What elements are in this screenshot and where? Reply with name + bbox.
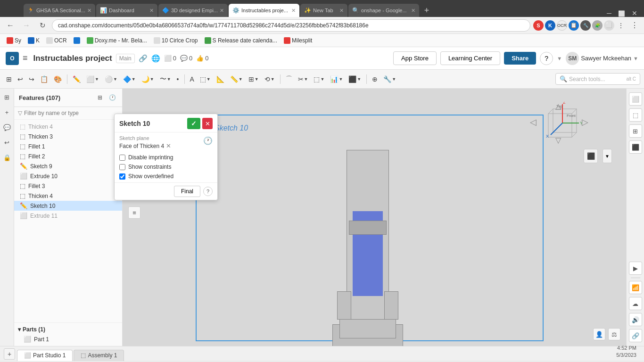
rt-btn-1[interactable]: ⬜ [629, 92, 642, 106]
feature-item-fillet3[interactable]: ⬚ Fillet 3 [14, 181, 122, 191]
toolbar-snap-btn[interactable]: ⊕ [370, 72, 380, 86]
search-tools-input[interactable]: 🔍 Search tools... alt C [555, 73, 640, 85]
toolbar-fillet-btn[interactable]: ⌒ [283, 72, 295, 86]
rt-btn-connect[interactable]: 🔗 [629, 329, 642, 342]
tab-instructables[interactable]: ⚙️ Instructables proje... ✕ [229, 4, 299, 17]
final-button[interactable]: Final [174, 186, 200, 197]
toolbar-dim-btn[interactable]: 📏▼ [228, 72, 245, 86]
plane-time-icon[interactable]: 🕐 [203, 136, 213, 145]
show-constraints-row[interactable]: Show constraints [119, 164, 213, 170]
nav-left-arrow[interactable]: ◁ [530, 117, 537, 127]
disable-imprinting-row[interactable]: Disable imprinting [119, 154, 213, 161]
tab-part-studio[interactable]: ⬜ Part Studio 1 [17, 350, 73, 361]
feature-item-fillet1[interactable]: ⬚ Fillet 1 [14, 141, 122, 151]
ext-icon-2[interactable]: K [545, 20, 555, 31]
tab-close-5[interactable]: ✕ [339, 8, 344, 14]
user-avatar[interactable]: SM Sawyer Mckeehan ▼ [566, 52, 638, 65]
feature-item-sketch9[interactable]: ✏️ Sketch 9 [14, 161, 122, 171]
tab-google[interactable]: 🔍 onshape - Google... ✕ [348, 4, 419, 17]
part1-item[interactable]: ⬜ Part 1 [14, 334, 122, 344]
nav-down-arrow[interactable]: ▽ [555, 136, 561, 145]
rt-btn-volume[interactable]: 🔊 [629, 313, 642, 326]
rt-btn-2[interactable]: ⬚ [629, 108, 642, 122]
rt-btn-collapse[interactable]: ▶ [629, 262, 642, 275]
redo-button[interactable]: ↪ [26, 72, 37, 86]
toolbar-arc-btn[interactable]: 🌙▼ [139, 72, 157, 86]
toolbar-transform-btn[interactable]: ⟲▼ [262, 72, 277, 86]
bookmark-k[interactable]: K [25, 36, 42, 45]
rt-btn-wifi[interactable]: 📶 [629, 281, 642, 294]
history-button[interactable]: 📋 [38, 72, 50, 86]
help-dropdown-icon[interactable]: ▼ [557, 56, 562, 61]
list-icon[interactable]: ≡ [128, 206, 140, 219]
ext-icon-1[interactable]: S [533, 20, 544, 31]
vp-icon-1[interactable]: 👤 [593, 328, 605, 340]
feature-item-extrude11[interactable]: ⬜ Extrude 11 [14, 211, 122, 221]
toolbar-point-btn[interactable]: • [174, 72, 182, 86]
nav-right-arrow[interactable]: ▷ [582, 117, 588, 127]
toolbar-spline-btn[interactable]: 〜▼ [157, 72, 173, 86]
extensions-button[interactable]: ⋮ [616, 20, 626, 31]
add-tab-button[interactable]: + [4, 348, 15, 360]
features-add-btn[interactable]: ⊞ [95, 92, 105, 103]
tab-ghsa[interactable]: 🏃 GHSA 5A Sectional... ✕ [24, 4, 95, 17]
rt-btn-3[interactable]: ⊞ [629, 124, 642, 138]
chrome-menu-button[interactable]: ⋮ [629, 21, 640, 30]
bookmark-milesplit[interactable]: Milesplit [281, 36, 315, 45]
bookmark-sy[interactable]: Sy [4, 36, 24, 45]
sketch-help-button[interactable]: ? [203, 187, 213, 196]
toolbar-sketch-btn[interactable]: 📊▼ [328, 72, 345, 86]
toolbar-pattern-btn[interactable]: ⬛▼ [346, 72, 363, 86]
tab-close-4[interactable]: ✕ [291, 8, 296, 14]
tab-newtab[interactable]: ✨ New Tab ✕ [300, 4, 347, 17]
new-tab-button[interactable]: + [420, 4, 433, 17]
feature-item-thicken3[interactable]: ⬚ Thicken 3 [14, 132, 122, 141]
hamburger-menu[interactable]: ≡ [23, 53, 28, 63]
help-button[interactable]: ? [540, 52, 553, 65]
toolbar-poly-btn[interactable]: 🔷▼ [121, 72, 138, 86]
ext-icon-7[interactable]: ⬜ [604, 20, 614, 31]
li-btn-4[interactable]: ↩ [1, 137, 13, 148]
show-constraints-checkbox[interactable] [119, 164, 125, 170]
globe-icon[interactable]: 🌐 [151, 54, 160, 63]
tab-dashboard[interactable]: 📊 Dashboard ✕ [96, 4, 157, 17]
tab-close-3[interactable]: ✕ [220, 8, 224, 14]
learning-center-button[interactable]: Learning Center [440, 51, 500, 65]
bookmark-cirlce[interactable]: 10 Cirlce Crop [151, 36, 201, 45]
app-store-button[interactable]: App Store [393, 51, 437, 65]
nav-up-arrow[interactable]: △ [555, 102, 561, 111]
view-cube-selector[interactable]: ⬛ [584, 149, 598, 163]
li-btn-1[interactable]: ⊞ [1, 91, 13, 103]
filter-input[interactable] [24, 110, 118, 116]
toolbar-measure-btn[interactable]: 📐 [214, 72, 227, 86]
bookmark-doxy[interactable]: Doxy.me - Mr. Bela... [84, 36, 150, 45]
refresh-button[interactable]: ↻ [36, 19, 49, 32]
show-overdefined-checkbox[interactable] [119, 173, 125, 180]
toolbar-trim-btn[interactable]: ✂▼ [296, 72, 311, 86]
feature-item-thicken-top[interactable]: ⬚ Thicken 4 [14, 122, 122, 132]
tab-assembly[interactable]: ⬚ Assembly 1 [74, 350, 124, 361]
link-icon[interactable]: 🔗 [139, 54, 148, 63]
feature-item-sketch10[interactable]: ✏️ Sketch 10 [14, 201, 122, 211]
feature-item-extrude10[interactable]: ⬜ Extrude 10 [14, 171, 122, 181]
li-btn-2[interactable]: + [1, 107, 13, 118]
toolbar-circle-btn[interactable]: ⚪▼ [102, 72, 120, 86]
tab-close-6[interactable]: ✕ [411, 8, 415, 14]
tab-3d[interactable]: 🔷 3D designed Empi... ✕ [158, 4, 228, 17]
user-dropdown-icon[interactable]: ▼ [633, 56, 638, 61]
rt-btn-cloud[interactable]: ☁ [629, 297, 642, 310]
maximize-button[interactable]: ⬜ [615, 10, 628, 17]
ext-icon-4[interactable]: 📋 [569, 20, 579, 31]
vp-icon-2[interactable]: ⚖ [608, 328, 620, 340]
minimize-button[interactable]: ─ [604, 9, 614, 17]
feature-item-thicken4[interactable]: ⬚ Thicken 4 [14, 191, 122, 201]
ext-icon-5[interactable]: 🔧 [580, 20, 591, 31]
disable-imprinting-checkbox[interactable] [119, 155, 125, 161]
share-button[interactable]: Share [504, 52, 536, 65]
toolbar-icon-btn-1[interactable]: ⊞ [4, 72, 14, 86]
rt-btn-4[interactable]: ⬛ [629, 140, 642, 154]
sketch-confirm-button[interactable]: ✓ [187, 118, 200, 129]
back-button[interactable]: ← [4, 19, 17, 32]
parts-header[interactable]: ▾ Parts (1) [14, 325, 122, 334]
feature-item-fillet2[interactable]: ⬚ Fillet 2 [14, 151, 122, 161]
